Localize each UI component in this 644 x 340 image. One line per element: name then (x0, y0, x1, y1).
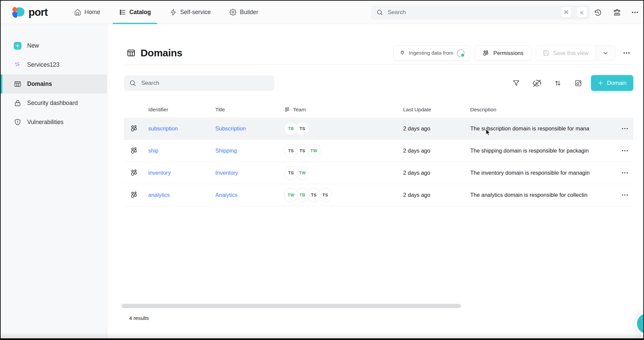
tab-catalog[interactable]: Catalog (117, 1, 153, 24)
team-badges: TWTBTSTS (284, 188, 403, 202)
page-title-text: Domains (141, 47, 182, 59)
tab-catalog-label: Catalog (129, 9, 151, 16)
team-badges: TBTS (284, 122, 403, 135)
row-more-button[interactable] (616, 150, 633, 152)
search-icon (376, 9, 383, 16)
save-view-label: Save this view (553, 50, 588, 56)
tab-home[interactable]: Home (72, 1, 103, 24)
catalog-icon (119, 9, 126, 16)
more-options-icon (622, 194, 628, 196)
ingesting-data-label: Ingesting data from (409, 50, 453, 56)
permissions-button[interactable]: Permissions (475, 45, 531, 61)
horizontal-scrollbar[interactable] (121, 304, 461, 308)
more-options-icon (622, 128, 628, 129)
save-view-dropdown[interactable] (595, 46, 615, 60)
organization-icon[interactable] (612, 8, 622, 17)
table-grid-icon (126, 48, 136, 58)
team-badges: TSTW (284, 166, 403, 180)
table-row[interactable]: subscription Subscription TBTS 2 days ag… (124, 118, 633, 140)
table-row[interactable]: ship Shipping TSTSTW 2 days ago The ship… (124, 140, 633, 162)
column-title: Title (215, 107, 284, 113)
title-link[interactable]: Shipping (215, 148, 237, 154)
hide-columns-icon[interactable] (533, 79, 541, 88)
row-more-button[interactable] (616, 128, 633, 129)
port-logo[interactable]: port (12, 6, 72, 19)
more-options-icon[interactable] (632, 12, 638, 13)
row-more-button[interactable] (616, 172, 633, 174)
table-row[interactable]: analytics Analytics TWTBTSTS 2 days ago … (124, 184, 633, 206)
page-more-button[interactable] (620, 45, 633, 61)
sidebar-item-new[interactable]: New (1, 36, 107, 55)
ingesting-data-button[interactable]: Ingesting data from (393, 45, 470, 61)
header-divider (124, 64, 633, 65)
group-by-icon[interactable] (574, 79, 582, 87)
sidebar-item-label: Security dashboard (27, 100, 78, 107)
column-team: Team (284, 107, 403, 113)
plus-icon (598, 80, 603, 86)
more-options-icon (622, 172, 628, 174)
tab-self-service[interactable]: Self-service (167, 1, 213, 24)
filter-icon[interactable] (512, 79, 520, 87)
title-link[interactable]: Analytics (215, 192, 237, 198)
global-search-input[interactable] (387, 9, 557, 16)
sidebar-item-domains[interactable]: Domains (1, 74, 107, 94)
title-link[interactable]: Subscription (215, 125, 246, 131)
team-badge[interactable]: TW (284, 188, 298, 202)
add-domain-label: Domain (607, 80, 627, 87)
domains-table: Identifier Title Team Last Update Descri… (124, 102, 633, 206)
results-count: 4 results (129, 315, 149, 321)
sidebar-item-vulnerabilities[interactable]: Vulnerabilities (1, 113, 107, 132)
identifier-link[interactable]: ship (148, 148, 158, 154)
chevron-down-icon (602, 50, 609, 56)
cmd-key-hint: ⌘ (561, 7, 571, 17)
global-search-field[interactable]: ⌘ K (371, 5, 590, 20)
identifier-link[interactable]: subscription (148, 125, 178, 131)
k-key-hint: K (577, 7, 587, 17)
team-badge[interactable]: TS (284, 144, 298, 158)
entity-icon (124, 124, 148, 133)
last-update-value: 2 days ago (403, 170, 470, 176)
title-link[interactable]: Inventory (215, 170, 238, 176)
tab-self-service-label: Self-service (180, 9, 211, 16)
identifier-link[interactable]: inventory (148, 170, 171, 176)
home-icon (74, 9, 81, 16)
main-content: Domains Ingesting data from Permissions … (107, 24, 643, 338)
sidebar-item-security-dashboard[interactable]: Security dashboard (1, 94, 107, 113)
save-icon (543, 50, 549, 56)
row-more-button[interactable] (616, 194, 633, 196)
sidebar-item-label: Domains (27, 80, 52, 88)
column-description: Description (470, 107, 616, 113)
table-row[interactable]: inventory Inventory TSTW 2 days ago The … (124, 162, 633, 184)
gear-icon (229, 9, 236, 16)
sidebar-item-services123[interactable]: Services123 (1, 55, 107, 74)
sidebar-item-label: Vulnerabilities (27, 119, 63, 126)
search-icon (129, 79, 136, 87)
save-view-button[interactable]: Save this view (536, 46, 595, 60)
last-update-value: 2 days ago (403, 192, 470, 198)
team-badges: TSTSTW (284, 144, 403, 158)
last-update-value: 2 days ago (403, 125, 470, 132)
services-cluster-icon (13, 61, 21, 69)
entity-icon (124, 147, 148, 155)
top-navigation-bar: port Home Catalog Self-service Builder (1, 1, 643, 24)
lock-icon (13, 99, 21, 107)
history-icon[interactable] (594, 8, 602, 17)
table-search-input[interactable] (141, 79, 269, 87)
users-icon (482, 50, 489, 57)
sidebar-item-label: Services123 (27, 61, 59, 68)
topbar-right-icons (594, 1, 638, 24)
tab-builder[interactable]: Builder (227, 1, 260, 24)
team-badge[interactable]: TB (284, 122, 298, 135)
page-actions: Ingesting data from Permissions Save thi… (393, 45, 633, 61)
permissions-label: Permissions (493, 50, 524, 56)
identifier-link[interactable]: analytics (148, 192, 170, 198)
add-domain-button[interactable]: Domain (591, 75, 633, 91)
sidebar-item-label: New (27, 42, 39, 49)
new-plus-icon (13, 42, 21, 50)
main-nav: Home Catalog Self-service Builder (72, 1, 261, 24)
team-badge[interactable]: TS (284, 166, 298, 180)
column-identifier: Identifier (148, 107, 215, 113)
sort-icon[interactable] (554, 79, 562, 87)
table-grid-icon (13, 80, 21, 88)
table-search-field[interactable] (124, 75, 274, 91)
